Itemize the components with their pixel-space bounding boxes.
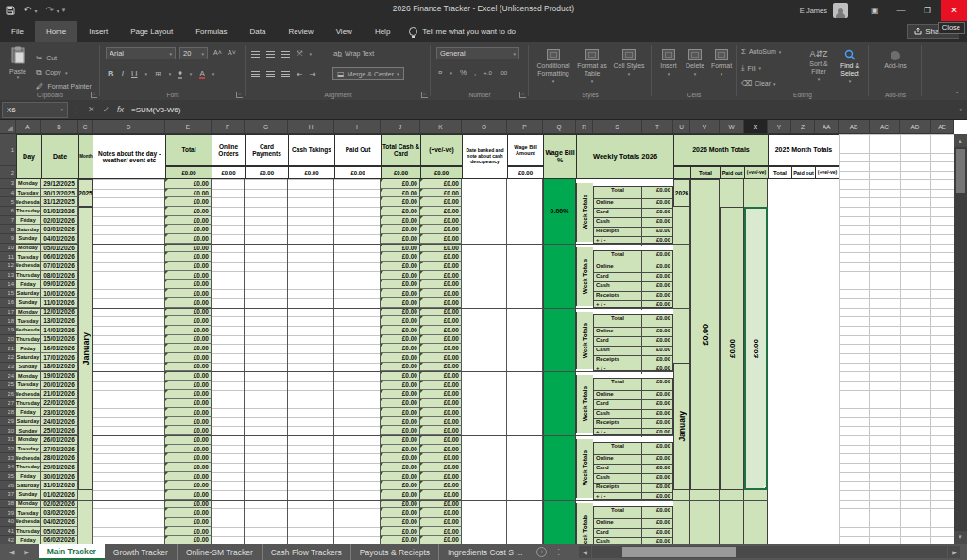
orientation-icon[interactable]: ⤧	[297, 49, 302, 59]
bold-button[interactable]: B	[108, 69, 114, 78]
value-cell-J[interactable]: £0.00	[381, 490, 420, 500]
week-total-row[interactable]: Receipts£0.00	[594, 291, 672, 300]
column-header-G[interactable]: G	[245, 120, 288, 134]
day-cell[interactable]: Monday	[16, 308, 41, 317]
value-cell-J[interactable]: £0.00	[381, 381, 420, 390]
sheet-tab-cash-flow-trackers[interactable]: Cash Flow Trackers	[262, 544, 350, 560]
decrease-decimal-icon[interactable]: .00	[500, 70, 507, 76]
fill-handle[interactable]	[764, 486, 768, 490]
enter-formula-icon[interactable]: ✓	[103, 105, 110, 114]
value-cell-E[interactable]: £0.00	[165, 335, 212, 345]
week-total-row[interactable]: Online£0.00	[594, 327, 672, 336]
date-cell[interactable]: 13/01/2026	[41, 316, 78, 326]
row-header-6[interactable]: 6	[0, 207, 16, 216]
value-cell-J[interactable]: £0.00	[381, 252, 420, 262]
value-cell-E[interactable]: £0.00	[165, 353, 212, 363]
week-total-row[interactable]: Online£0.00	[594, 263, 672, 272]
value-cell-E[interactable]: £0.00	[165, 527, 212, 536]
week-total-row[interactable]: Receipts£0.00	[594, 355, 672, 365]
day-cell[interactable]: Monday	[16, 179, 41, 189]
day-cell[interactable]: Monday	[16, 500, 41, 509]
row-header-28[interactable]: 28	[0, 408, 16, 417]
grow-font-button[interactable]: A˄	[213, 49, 222, 56]
sheet-tab-online-sm-tracker[interactable]: Online-SM Tracker	[177, 544, 262, 560]
week-total-row[interactable]: Card£0.00	[594, 336, 672, 346]
date-cell[interactable]: 04/02/2026	[41, 518, 78, 527]
day-cell[interactable]: Thursday	[16, 271, 41, 280]
value-cell-E[interactable]: £0.00	[165, 234, 212, 244]
week-total-row[interactable]: Total£0.00	[594, 251, 672, 263]
week-total-row[interactable]: Receipts£0.00	[594, 418, 672, 428]
value-cell-J[interactable]: £0.00	[381, 417, 420, 427]
date-cell[interactable]: 25/01/2026	[41, 426, 78, 435]
value-cell-E[interactable]: £0.00	[165, 225, 212, 234]
date-cell[interactable]: 14/01/2026	[41, 326, 78, 335]
font-dialog-launcher[interactable]	[236, 92, 243, 98]
value-cell-K[interactable]: £0.00	[420, 326, 462, 335]
row-header-37[interactable]: 37	[0, 490, 16, 500]
value-cell-K[interactable]: £0.00	[420, 399, 462, 408]
day-cell[interactable]: Sunday	[16, 298, 41, 308]
row-header-5[interactable]: 5	[0, 197, 16, 207]
day-cell[interactable]: Thursday	[16, 527, 41, 536]
value-cell-J[interactable]: £0.00	[381, 216, 420, 226]
value-cell-K[interactable]: £0.00	[420, 280, 462, 289]
user-name[interactable]: E James	[800, 7, 827, 15]
close-button[interactable]: ✕	[941, 0, 967, 21]
tab-scroll-right-icon[interactable]: ▶	[24, 549, 28, 556]
row-header-21[interactable]: 21	[0, 344, 16, 353]
value-cell-E[interactable]: £0.00	[165, 326, 212, 335]
row-header-36[interactable]: 36	[0, 481, 16, 490]
column-header-T[interactable]: T	[642, 120, 673, 134]
value-cell-J[interactable]: £0.00	[381, 390, 420, 399]
day-cell[interactable]: Wednesday	[16, 197, 41, 207]
row-header-25[interactable]: 25	[0, 381, 16, 390]
find-select-button[interactable]: Find & Select▾	[835, 49, 865, 85]
value-cell-J[interactable]: £0.00	[381, 363, 420, 372]
date-cell[interactable]: 31/12/2025	[41, 197, 78, 207]
align-bottom-icon[interactable]	[281, 51, 290, 58]
date-cell[interactable]: 01/02/2026	[41, 490, 78, 500]
value-cell-J[interactable]: £0.00	[381, 234, 420, 244]
row-header-24[interactable]: 24	[0, 371, 16, 381]
value-cell-J[interactable]: £0.00	[381, 518, 420, 527]
column-header-F[interactable]: F	[212, 120, 245, 134]
value-cell-J[interactable]: £0.00	[381, 500, 420, 509]
row-header-13[interactable]: 13	[0, 271, 16, 280]
value-cell-J[interactable]: £0.00	[381, 326, 420, 335]
value-cell-E[interactable]: £0.00	[165, 518, 212, 527]
row-header-1[interactable]: 1	[0, 134, 16, 166]
value-cell-J[interactable]: £0.00	[381, 262, 420, 271]
row-header-31[interactable]: 31	[0, 435, 16, 445]
row-header-20[interactable]: 20	[0, 335, 16, 345]
column-H-cells[interactable]	[288, 179, 334, 544]
clipboard-dialog-launcher[interactable]	[91, 92, 97, 98]
column-O-cells[interactable]	[462, 179, 507, 544]
day-cell[interactable]: Friday	[16, 536, 41, 544]
value-cell-E[interactable]: £0.00	[165, 216, 212, 226]
conditional-formatting-button[interactable]: Conditional Formatting▾	[534, 49, 572, 85]
column-header-U[interactable]: U	[673, 120, 690, 134]
month-paid-out-2026-cell[interactable]: £0.00	[720, 207, 744, 490]
week-total-row[interactable]: Receipts£0.00	[594, 483, 672, 492]
format-painter-button[interactable]: 🖉 Format Painter	[36, 76, 92, 93]
value-cell-E[interactable]: £0.00	[165, 308, 212, 317]
value-cell-E[interactable]: £0.00	[165, 289, 212, 298]
row-header-12[interactable]: 12	[0, 262, 16, 271]
week-total-row[interactable]: + / -£0.00	[594, 365, 672, 374]
week-total-row[interactable]: Card£0.00	[594, 399, 672, 409]
value-cell-J[interactable]: £0.00	[381, 481, 420, 490]
week-totals-block[interactable]: Total£0.00Online£0.00Card£0.00Cash£0.00R…	[593, 314, 673, 372]
scroll-right-icon[interactable]: ▶	[948, 546, 960, 558]
date-cell[interactable]: 01/01/2026	[41, 207, 78, 216]
value-cell-J[interactable]: £0.00	[381, 289, 420, 298]
column-header-V[interactable]: V	[690, 120, 720, 134]
year-2026-cell[interactable]: 2026	[673, 179, 690, 207]
value-cell-K[interactable]: £0.00	[420, 234, 462, 244]
value-cell-E[interactable]: £0.00	[165, 426, 212, 435]
value-cell-J[interactable]: £0.00	[381, 408, 420, 417]
column-header-X[interactable]: X	[744, 120, 768, 134]
day-cell[interactable]: Wednesday	[16, 326, 41, 335]
value-cell-K[interactable]: £0.00	[420, 408, 462, 417]
column-P-cells[interactable]	[507, 179, 543, 544]
